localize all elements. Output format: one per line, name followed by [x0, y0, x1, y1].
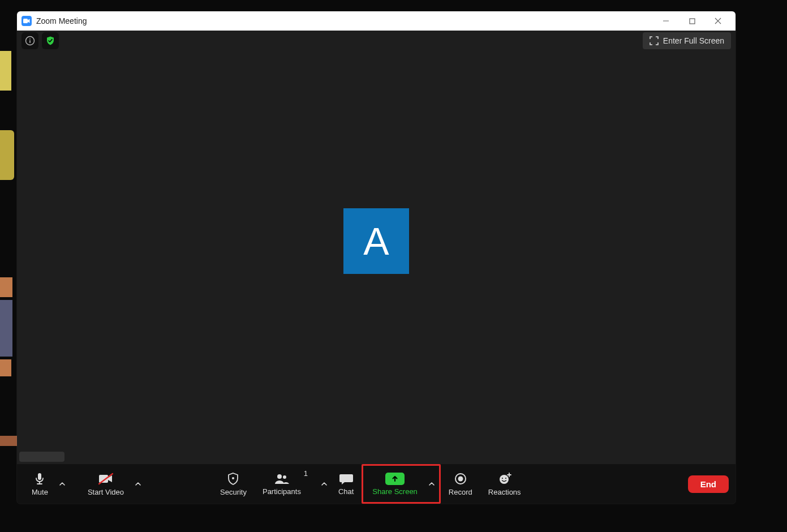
svg-point-6: [29, 38, 31, 40]
fullscreen-icon: [650, 36, 659, 45]
participants-count: 1: [304, 469, 308, 478]
svg-point-18: [500, 475, 509, 484]
share-screen-options-caret[interactable]: [425, 467, 438, 501]
participants-options-caret[interactable]: [318, 467, 330, 501]
participant-name-plate: [19, 452, 64, 462]
chat-label: Chat: [338, 487, 354, 496]
participants-group: Participants 1: [255, 467, 330, 501]
share-screen-icon: [385, 473, 405, 485]
enter-fullscreen-button[interactable]: Enter Full Screen: [643, 32, 731, 49]
mute-button[interactable]: Mute: [24, 467, 56, 501]
share-screen-button[interactable]: Share Screen: [364, 467, 425, 501]
video-area: A: [17, 51, 736, 464]
end-label: End: [700, 479, 716, 489]
window-controls: [653, 11, 731, 31]
svg-point-15: [283, 475, 286, 479]
shield-icon: [226, 472, 240, 486]
meeting-info-button[interactable]: [21, 32, 38, 49]
record-label: Record: [449, 488, 472, 496]
video-off-icon: [98, 472, 114, 486]
svg-point-20: [505, 477, 506, 478]
meeting-topbar: Enter Full Screen: [17, 31, 736, 51]
window-title: Zoom Meeting: [36, 16, 87, 25]
svg-point-14: [277, 474, 282, 479]
microphone-icon: [33, 472, 46, 486]
end-meeting-button[interactable]: End: [688, 475, 729, 493]
participants-icon: [274, 473, 290, 485]
record-button[interactable]: Record: [441, 467, 480, 501]
svg-point-13: [232, 477, 234, 479]
zoom-logo-icon: [21, 16, 32, 26]
audio-controls-group: Mute: [24, 467, 68, 501]
window-maximize-button[interactable]: [679, 11, 705, 31]
audio-options-caret[interactable]: [56, 467, 68, 501]
video-controls-group: Start Video: [80, 467, 144, 501]
reactions-icon: [498, 472, 511, 486]
zoom-meeting-window: Zoom Meeting Enter: [17, 11, 736, 504]
chat-bubble-icon: [339, 473, 354, 485]
window-minimize-button[interactable]: [653, 11, 679, 31]
participants-label: Participants: [263, 487, 301, 496]
record-icon: [454, 472, 467, 486]
security-button[interactable]: Security: [212, 467, 255, 501]
svg-rect-7: [29, 40, 31, 43]
start-video-label: Start Video: [88, 488, 124, 496]
video-options-caret[interactable]: [132, 467, 144, 501]
share-screen-label: Share Screen: [372, 487, 418, 496]
svg-point-19: [502, 477, 503, 478]
security-label: Security: [220, 488, 247, 496]
fullscreen-label: Enter Full Screen: [663, 36, 724, 45]
svg-rect-2: [690, 19, 695, 24]
svg-rect-0: [23, 19, 28, 23]
share-screen-highlight: Share Screen: [362, 464, 441, 504]
participant-avatar: A: [343, 208, 409, 274]
mute-label: Mute: [32, 488, 48, 496]
participant-initial: A: [363, 219, 389, 263]
window-close-button[interactable]: [705, 11, 731, 31]
chat-button[interactable]: Chat: [330, 467, 362, 501]
reactions-label: Reactions: [488, 488, 521, 496]
reactions-button[interactable]: Reactions: [480, 467, 529, 501]
start-video-button[interactable]: Start Video: [80, 467, 132, 501]
window-titlebar: Zoom Meeting: [17, 11, 736, 31]
svg-rect-8: [38, 473, 41, 480]
encryption-shield-icon[interactable]: [42, 32, 59, 49]
participants-button[interactable]: Participants 1: [255, 467, 318, 501]
svg-point-17: [458, 476, 463, 481]
meeting-toolbar: Mute Start Video Security: [17, 464, 736, 504]
